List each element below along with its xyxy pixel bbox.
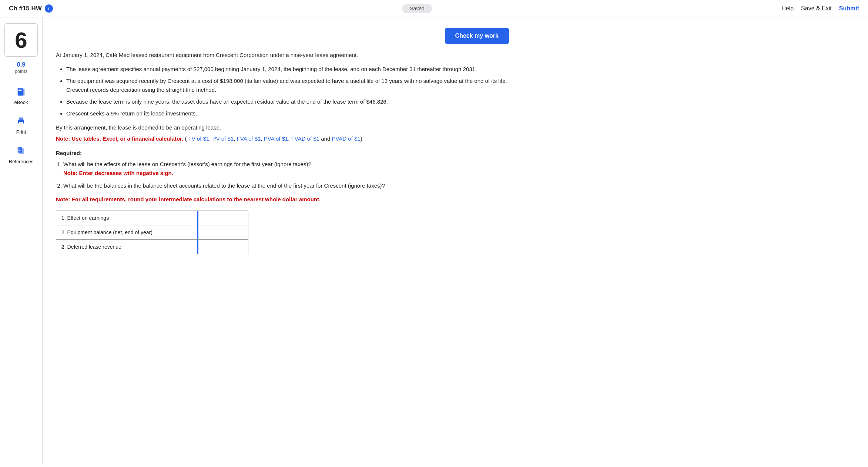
saved-badge: Saved	[402, 4, 432, 13]
ebook-label: eBook	[14, 100, 28, 105]
question-number: 6	[4, 23, 38, 57]
points-label: points	[15, 68, 28, 74]
print-label: Print	[16, 129, 26, 135]
rounding-note: Note: For all requirements, round your i…	[56, 196, 509, 202]
req1-text: What will be the effects of the lease on…	[63, 161, 311, 167]
check-my-work-button[interactable]: Check my work	[445, 28, 509, 44]
sidebar-item-ebook[interactable]: eBook	[0, 81, 42, 110]
row3-input[interactable]	[197, 240, 248, 254]
table-link-pv[interactable]: PV of $1	[212, 135, 234, 142]
sidebar: 6 0.9 points eBook	[0, 17, 43, 465]
references-icon	[15, 145, 27, 157]
table-link-fvad[interactable]: FVAD of $1	[291, 135, 319, 142]
book-icon	[15, 86, 27, 98]
requirement-2: What will be the balances in the balance…	[63, 181, 509, 190]
check-work-container: Check my work	[56, 28, 509, 44]
row2-input[interactable]	[197, 225, 248, 239]
svg-rect-11	[19, 149, 21, 149]
bullet-list: The lease agreement specifies annual pay…	[66, 65, 509, 118]
save-exit-link[interactable]: Save & Exit	[801, 5, 832, 12]
svg-rect-3	[23, 89, 25, 96]
help-link[interactable]: Help	[781, 5, 794, 12]
table-row: 1. Effect on earnings	[56, 211, 248, 225]
table-row: 2. Equipment balance (net, end of year)	[56, 225, 248, 240]
svg-rect-2	[19, 90, 21, 91]
answer-table: 1. Effect on earnings 2. Equipment balan…	[56, 211, 248, 254]
required-label: Required:	[56, 150, 509, 156]
row2-label: 2. Equipment balance (net, end of year)	[56, 225, 197, 240]
bullet-4: Crescent seeks a 9% return on its lease …	[66, 109, 509, 118]
bullet-3: Because the lease term is only nine year…	[66, 97, 509, 106]
note-bold-text: Note: Use tables, Excel, or a financial …	[56, 135, 183, 142]
submit-link[interactable]: Submit	[839, 5, 859, 12]
chapter-title: Ch #15 HW	[9, 5, 42, 12]
problem-intro: At January 1, 2024, Café Med leased rest…	[56, 51, 509, 60]
req2-text: What will be the balances in the balance…	[63, 182, 385, 189]
row1-input[interactable]	[197, 211, 248, 225]
top-nav: Ch #15 HW i Saved Help Save & Exit Submi…	[0, 0, 868, 17]
svg-rect-12	[19, 150, 20, 151]
note-line: Note: Use tables, Excel, or a financial …	[56, 134, 509, 143]
svg-rect-7	[20, 123, 23, 123]
row1-input-cell	[197, 211, 248, 225]
info-icon[interactable]: i	[45, 4, 53, 13]
sidebar-item-print[interactable]: Print	[0, 110, 42, 140]
svg-rect-1	[19, 89, 23, 90]
nav-center: Saved	[53, 4, 781, 13]
points-section: 0.9 points	[15, 61, 28, 74]
note-paren-open: (	[185, 135, 187, 142]
print-icon	[15, 115, 27, 127]
nav-title-area: Ch #15 HW i	[9, 4, 53, 13]
nav-right: Help Save & Exit Submit	[781, 5, 859, 12]
row1-label: 1. Effect on earnings	[56, 211, 197, 225]
main-content: Check my work At January 1, 2024, Café M…	[43, 17, 524, 465]
table-link-fv[interactable]: FV of $1	[188, 135, 210, 142]
requirements-list: What will be the effects of the lease on…	[63, 160, 509, 190]
sidebar-item-references[interactable]: References	[0, 140, 42, 169]
table-link-pvad[interactable]: PVAD of $1	[332, 135, 360, 142]
req1-subnote: Note: Enter decreases with negative sign…	[63, 170, 173, 176]
requirement-1: What will be the effects of the lease on…	[63, 160, 509, 178]
bullet-2: The equipment was acquired recently by C…	[66, 77, 509, 94]
points-value: 0.9	[15, 61, 28, 68]
references-label: References	[9, 159, 33, 164]
table-link-fva[interactable]: FVA of $1	[237, 135, 261, 142]
row3-input-cell	[197, 240, 248, 254]
table-link-pva[interactable]: PVA of $1	[264, 135, 288, 142]
svg-rect-5	[19, 118, 23, 120]
svg-rect-8	[20, 124, 22, 124]
main-layout: 6 0.9 points eBook	[0, 17, 868, 465]
row2-input-cell	[197, 225, 248, 240]
operating-lease-line: By this arrangement, the lease is deemed…	[56, 123, 509, 132]
row3-label: 2. Deferred lease revenue	[56, 240, 197, 254]
bullet-1: The lease agreement specifies annual pay…	[66, 65, 509, 74]
table-row: 2. Deferred lease revenue	[56, 240, 248, 254]
